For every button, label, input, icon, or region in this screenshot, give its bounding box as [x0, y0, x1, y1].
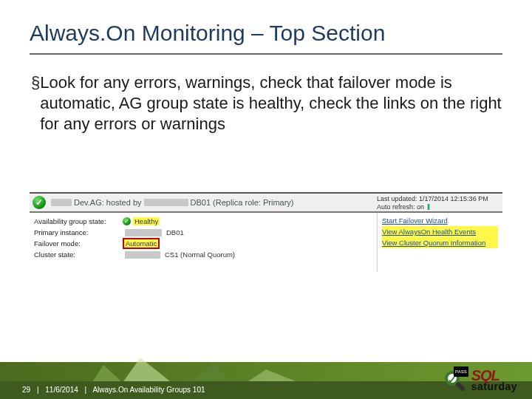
last-updated: Last updated: 1/17/2014 12:15:36 PM [377, 195, 498, 203]
screenshot-body: Availability group state: ✓ Healthy Prim… [30, 213, 502, 272]
bullet-marker: § [31, 72, 40, 93]
magnifier-handle [454, 381, 466, 392]
redacted-text [144, 199, 188, 206]
bullet-list: § Look for any errors, warnings, check t… [31, 72, 504, 134]
redacted-text [51, 199, 72, 206]
kv-value: DB01 [123, 228, 184, 236]
slide-title: Always.On Monitoring – Top Section [30, 21, 385, 46]
cluster-tail: CS1 (Normal Quorum) [165, 250, 235, 259]
primary-tail: DB01 [166, 228, 184, 236]
deck-title: Always.On Availability Groups 101 [92, 386, 205, 394]
footer-date: 11/6/2014 [45, 386, 78, 394]
kv-value: Automatic [123, 238, 160, 249]
slide: Always.On Monitoring – Top Section § Loo… [0, 0, 532, 399]
header-mid: Dev.AG: hosted by [74, 198, 142, 207]
check-circle-icon: ✓ [33, 196, 46, 209]
kv-row-failover: Failover mode: Automatic [34, 238, 377, 249]
kv-label: Cluster state: [34, 250, 123, 259]
screenshot-left: Availability group state: ✓ Healthy Prim… [30, 213, 377, 272]
pause-icon: II [427, 203, 429, 211]
kv-row-cluster: Cluster state: CS1 (Normal Quorum) [34, 249, 377, 260]
link-start-failover[interactable]: Start Failover Wizard [382, 215, 498, 226]
redacted-text [125, 251, 160, 259]
title-underline [30, 53, 502, 55]
screenshot-right-links: Start Failover Wizard View AlwaysOn Heal… [377, 213, 502, 272]
kv-label: Primary instance: [34, 228, 123, 236]
footer-text: 29 | 11/6/2014 | Always.On Availability … [22, 386, 205, 394]
last-updated-label: Last updated: [377, 195, 417, 202]
auto-refresh-row: Auto refresh: on II [377, 203, 498, 211]
header-right: Last updated: 1/17/2014 12:15:36 PM Auto… [377, 194, 502, 211]
kv-label: Failover mode: [34, 239, 123, 248]
link-cluster-quorum[interactable]: View Cluster Quorum Information [382, 237, 498, 248]
screenshot-header: ✓ Dev.AG: hosted by DB01 (Replica role: … [30, 194, 502, 213]
kv-row-primary: Primary instance: DB01 [34, 227, 377, 238]
pass-badge: PASS [454, 366, 468, 377]
last-updated-value: 1/17/2014 12:15:36 PM [419, 195, 488, 202]
logo-sql: SQL [471, 370, 517, 381]
auto-refresh-label: Auto refresh: on [377, 203, 424, 211]
footer: 29 | 11/6/2014 | Always.On Availability … [0, 347, 532, 399]
highlighted-value: Healthy [133, 217, 160, 225]
screenshot-title: Dev.AG: hosted by DB01 (Replica role: Pr… [49, 194, 294, 211]
embedded-screenshot: ✓ Dev.AG: hosted by DB01 (Replica role: … [30, 192, 502, 273]
kv-label: Availability group state: [34, 217, 123, 225]
link-health-events[interactable]: View AlwaysOn Health Events [382, 226, 498, 237]
kv-row-state: Availability group state: ✓ Healthy [34, 216, 377, 227]
highlighted-boxed-value: Automatic [123, 238, 160, 249]
kv-value: CS1 (Normal Quorum) [123, 250, 235, 259]
status-icon-wrap: ✓ [30, 194, 49, 211]
header-tail: DB01 (Replica role: Primary) [191, 198, 294, 207]
logo-icon: ✓ PASS [440, 368, 467, 395]
check-circle-icon: ✓ [123, 217, 131, 225]
redacted-text [125, 229, 162, 236]
kv-value: ✓ Healthy [123, 217, 160, 225]
bullet-item: § Look for any errors, warnings, check t… [31, 72, 504, 134]
separator: | [37, 386, 39, 394]
logo-text: SQL saturday [471, 370, 517, 392]
page-number: 29 [22, 386, 30, 394]
bullet-text: Look for any errors, warnings, check tha… [40, 72, 504, 134]
sql-saturday-logo: ✓ PASS SQL saturday [440, 368, 517, 395]
logo-saturday: saturday [471, 381, 517, 392]
separator: | [85, 386, 87, 394]
